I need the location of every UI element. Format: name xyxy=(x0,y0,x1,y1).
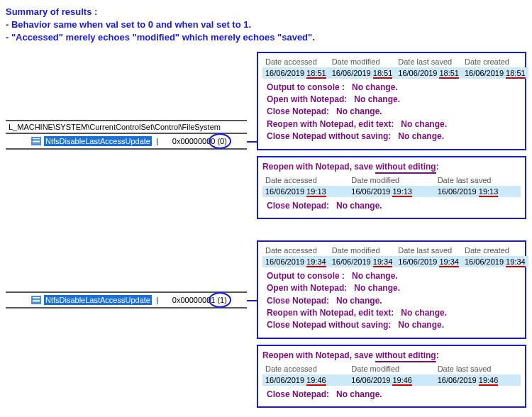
results-column: Date accessed Date modified Date last sa… xyxy=(257,52,526,408)
action-result: No change. xyxy=(352,82,398,94)
action-result: No change. xyxy=(354,282,400,294)
action-close-nosave: Close Notepad without saving: xyxy=(267,319,391,331)
result-box-after-save: Reopen with Notepad, save without editin… xyxy=(257,345,526,408)
col-header-saved: Date last saved xyxy=(395,245,462,256)
summary-line-2: - "Accessed" merely echoes "modified" wh… xyxy=(6,31,526,44)
result-box-top: Date accessed Date modified Date last sa… xyxy=(257,52,526,150)
action-output: Output to console : xyxy=(267,270,345,282)
summary-block: Summary of results : - Behavior same whe… xyxy=(6,6,526,45)
separator: | xyxy=(156,137,158,145)
action-result: No change. xyxy=(354,94,400,106)
col-header-created: Date created xyxy=(462,245,528,256)
actions-list: Output to console :No change. Open with … xyxy=(262,79,521,146)
summary-title: Summary of results : xyxy=(6,6,526,18)
registry-value-name: NtfsDisableLastAccessUpdate xyxy=(44,295,152,305)
summary-line-1: - Behavior same when val set to 0 and wh… xyxy=(6,18,526,31)
col-header-accessed: Date accessed xyxy=(262,363,348,374)
action-close: Close Notepad: xyxy=(267,295,329,307)
timestamps-table: Date accessed Date modified Date last sa… xyxy=(262,56,528,79)
registry-value-icon xyxy=(31,137,41,145)
col-header-saved: Date last saved xyxy=(435,363,521,374)
registry-value-data: 0x00000000 (0) xyxy=(172,137,227,145)
registry-value-name: NtfsDisableLastAccessUpdate xyxy=(44,136,152,146)
action-reopen-save-noedit: Reopen with Notepad, save without editin… xyxy=(262,160,521,174)
col-header-modified: Date modified xyxy=(329,56,396,67)
action-reopen-edit: Reopen with Notepad, edit text: xyxy=(267,118,394,130)
registry-value-data: 0x00000001 (1) xyxy=(172,296,227,304)
action-close: Close Notepad: xyxy=(267,389,329,401)
col-header-modified: Date modified xyxy=(348,174,434,186)
registry-block-0: L_MACHINE\SYSTEM\CurrentControlSet\Contr… xyxy=(6,120,247,150)
col-header-modified: Date modified xyxy=(329,245,396,256)
action-result: No change. xyxy=(398,130,444,143)
col-header-accessed: Date accessed xyxy=(262,245,329,256)
timestamps-table: Date accessed Date modified Date last sa… xyxy=(262,174,521,197)
col-header-created: Date created xyxy=(462,56,528,67)
registry-path: L_MACHINE\SYSTEM\CurrentControlSet\Contr… xyxy=(6,120,247,134)
actions-list: Output to console :No change. Open with … xyxy=(262,267,521,335)
action-result: No change. xyxy=(398,319,444,331)
action-result: No change. xyxy=(336,106,382,118)
action-result: No change. xyxy=(336,295,382,307)
action-reopen-save-noedit: Reopen with Notepad, save without editin… xyxy=(262,349,521,363)
actions-list: Close Notepad:No change. xyxy=(262,197,521,215)
action-open: Open with Notepad: xyxy=(267,282,347,294)
registry-value-row[interactable]: NtfsDisableLastAccessUpdate | 0x00000001… xyxy=(6,291,247,308)
action-close: Close Notepad: xyxy=(267,106,329,118)
registry-column: L_MACHINE\SYSTEM\CurrentControlSet\Contr… xyxy=(6,52,247,408)
action-result: No change. xyxy=(352,270,398,282)
action-result: No change. xyxy=(336,200,382,212)
registry-block-1: NtfsDisableLastAccessUpdate | 0x00000001… xyxy=(6,291,247,308)
result-box-after-save: Reopen with Notepad, save without editin… xyxy=(257,156,526,219)
registry-value-icon xyxy=(31,296,41,304)
col-header-accessed: Date accessed xyxy=(262,174,348,186)
action-reopen-edit: Reopen with Notepad, edit text: xyxy=(267,307,394,319)
action-result: No change. xyxy=(336,389,382,401)
timestamps-table: Date accessed Date modified Date last sa… xyxy=(262,245,528,267)
action-result: No change. xyxy=(401,118,447,130)
col-header-saved: Date last saved xyxy=(395,56,462,67)
col-header-accessed: Date accessed xyxy=(262,56,329,67)
action-result: No change. xyxy=(401,307,447,319)
connector-line xyxy=(247,141,257,143)
actions-list: Close Notepad:No change. xyxy=(262,386,521,404)
table-row: 16/06/2019 19:13 16/06/2019 19:13 16/06/… xyxy=(262,186,521,197)
timestamps-table: Date accessed Date modified Date last sa… xyxy=(262,363,521,386)
action-output: Output to console : xyxy=(267,82,345,94)
col-header-modified: Date modified xyxy=(348,363,434,374)
action-close: Close Notepad: xyxy=(267,200,329,212)
registry-value-row[interactable]: NtfsDisableLastAccessUpdate | 0x00000000… xyxy=(6,134,247,150)
table-row: 16/06/2019 19:34 16/06/2019 19:34 16/06/… xyxy=(262,256,528,267)
col-header-saved: Date last saved xyxy=(435,174,521,186)
action-close-nosave: Close Notepad without saving: xyxy=(267,130,391,143)
table-row: 16/06/2019 19:46 16/06/2019 19:46 16/06/… xyxy=(262,374,521,386)
connector-line xyxy=(247,300,257,301)
action-open: Open with Notepad: xyxy=(267,94,347,106)
table-row: 16/06/2019 18:51 16/06/2019 18:51 16/06/… xyxy=(262,67,528,79)
result-box-top: Date accessed Date modified Date last sa… xyxy=(257,240,526,339)
separator: | xyxy=(156,296,158,304)
